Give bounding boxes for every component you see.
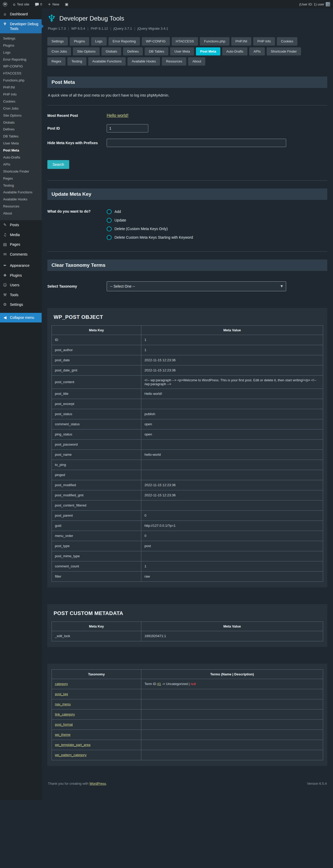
tab-auto-drafts[interactable]: Auto-Drafts — [222, 48, 248, 56]
submenu-item-globals[interactable]: Globals — [0, 119, 42, 126]
tab-available-hooks[interactable]: Available Hooks — [128, 57, 160, 66]
taxonomy-link-post-tag[interactable]: post_tag — [55, 692, 68, 696]
tab-error-reporting[interactable]: Error Reporting — [108, 37, 140, 45]
tab-cookies[interactable]: Cookies — [277, 37, 297, 45]
sidebar-item-users[interactable]: ☺Users — [0, 280, 42, 290]
comments-menu[interactable]: 0 — [32, 0, 45, 8]
tab-shortcode-finder[interactable]: Shortcode Finder — [267, 48, 301, 56]
submenu-item-error-reporting[interactable]: Error Reporting — [0, 56, 42, 63]
radio-button-icon[interactable] — [107, 235, 111, 240]
sidebar-item-pages[interactable]: ▤Pages — [0, 240, 42, 250]
sidebar-item-developer-debug-tools[interactable]: ♆Developer Debug Tools — [0, 19, 42, 33]
submenu-item-cron-jobs[interactable]: Cron Jobs — [0, 105, 42, 112]
term-link[interactable]: #1 — [157, 682, 161, 686]
tab-wp-config[interactable]: WP-CONFIG — [142, 37, 170, 45]
radio-option-update[interactable]: Update — [107, 218, 193, 223]
submenu-item-functions-php[interactable]: Functions.php — [0, 77, 42, 84]
tab-site-options[interactable]: Site Options — [73, 48, 100, 56]
sidebar-item-posts[interactable]: ✎Posts — [0, 220, 42, 230]
tab-functions-php[interactable]: Functions.php — [200, 37, 229, 45]
tab-globals[interactable]: Globals — [101, 48, 121, 56]
submenu-item-about[interactable]: About — [0, 210, 42, 217]
tab-php-info[interactable]: PHP Info — [253, 37, 275, 45]
submenu-item-regex[interactable]: Regex — [0, 175, 42, 182]
submenu-item-post-meta[interactable]: Post Meta — [0, 147, 42, 154]
sidebar-item-tools[interactable]: ⚒Tools — [0, 290, 42, 300]
taxonomy-link-wp-template-part-area[interactable]: wp_template_part_area — [55, 743, 91, 747]
debug-console-menu[interactable]: ▣ — [62, 0, 71, 8]
wordpress-link[interactable]: WordPress — [90, 782, 106, 785]
user-account-menu[interactable]: (User ID: 1) user — [296, 0, 333, 8]
submenu-item-cookies[interactable]: Cookies — [0, 98, 42, 105]
taxonomy-cell: wp_template_part_area — [52, 740, 141, 750]
sidebar-item-settings[interactable]: ⚙Settings — [0, 300, 42, 310]
sidebar-item-comments[interactable]: ✉Comments — [0, 250, 42, 259]
tab-settings[interactable]: Settings — [47, 37, 68, 45]
meta-key-cell: _edit_lock — [52, 631, 141, 641]
submenu-item-testing[interactable]: Testing — [0, 182, 42, 189]
submenu-item-htaccess[interactable]: HTACCESS — [0, 70, 42, 77]
table-row: post_content<!-- wp:paragraph --> <p>Wel… — [52, 375, 323, 389]
tab-apis[interactable]: APIs — [249, 48, 265, 56]
submenu-item-php-info[interactable]: PHP Info — [0, 91, 42, 98]
meta-key-cell: post_type — [52, 541, 141, 551]
submenu-item-plugins[interactable]: Plugins — [0, 42, 42, 49]
submenu-item-apis[interactable]: APIs — [0, 161, 42, 168]
sidebar-item-dashboard[interactable]: ⌂Dashboard — [0, 9, 42, 19]
submenu-item-site-options[interactable]: Site Options — [0, 112, 42, 119]
taxonomy-link-link-category[interactable]: link_category — [55, 712, 75, 716]
collapse-menu-button[interactable]: ◀Collapse menu — [0, 313, 42, 323]
hide-prefixes-input[interactable] — [107, 139, 286, 147]
radio-button-icon[interactable] — [107, 226, 111, 231]
submenu-item-available-functions[interactable]: Available Functions — [0, 189, 42, 196]
new-content-menu[interactable]: + New — [45, 0, 62, 8]
tab-user-meta[interactable]: User Meta — [170, 48, 194, 56]
submenu-item-user-meta[interactable]: User Meta — [0, 140, 42, 147]
search-button[interactable]: Search — [47, 160, 69, 169]
taxonomy-link-nav-menu[interactable]: nav_menu — [55, 702, 71, 706]
submenu-item-settings[interactable]: Settings — [0, 35, 42, 42]
tab-post-meta[interactable]: Post Meta — [196, 48, 220, 56]
sidebar-item-appearance[interactable]: ✒Appearance — [0, 261, 42, 271]
submenu-item-resources[interactable]: Resources — [0, 203, 42, 210]
table-row: post_titleHello world! — [52, 389, 323, 399]
post-id-input[interactable] — [107, 124, 148, 132]
tab-resources[interactable]: Resources — [162, 57, 186, 66]
submenu-item-shortcode-finder[interactable]: Shortcode Finder — [0, 168, 42, 175]
radio-option-delete-custom-meta-keys-only[interactable]: Delete (Custom Meta Keys Only) — [107, 226, 193, 231]
tab-available-functions[interactable]: Available Functions — [88, 57, 126, 66]
taxonomy-link-wp-theme[interactable]: wp_theme — [55, 733, 70, 737]
radio-option-delete-custom-meta-keys-starting-with-keyword[interactable]: Delete Custom Meta Keys Starting with Ke… — [107, 235, 193, 240]
table-row: comment_statusopen — [52, 419, 323, 429]
tab-plugins[interactable]: Plugins — [70, 37, 89, 45]
wordpress-logo[interactable]: W — [0, 0, 10, 8]
tab-db-tables[interactable]: DB Tables — [145, 48, 168, 56]
tab-testing[interactable]: Testing — [67, 57, 87, 66]
taxonomy-select[interactable]: -- Select One -- ▼ — [107, 281, 286, 291]
meta-key-cell: post_content — [52, 375, 141, 389]
tab-cron-jobs[interactable]: Cron Jobs — [47, 48, 71, 56]
radio-button-icon[interactable] — [107, 218, 111, 223]
submenu-item-wp-config[interactable]: WP-CONFIG — [0, 63, 42, 70]
submenu-item-auto-drafts[interactable]: Auto-Drafts — [0, 154, 42, 161]
submenu-item-logs[interactable]: Logs — [0, 49, 42, 56]
taxonomy-link-post-format[interactable]: post_format — [55, 722, 73, 726]
taxonomy-link-category[interactable]: category — [55, 682, 68, 686]
tab-htaccess[interactable]: HTACCESS — [172, 37, 198, 45]
taxonomy-link-wp-pattern-category[interactable]: wp_pattern_category — [55, 753, 87, 757]
site-name-menu[interactable]: ⌂ Test site — [10, 0, 32, 8]
tab-php-ini[interactable]: PHP.INI — [231, 37, 251, 45]
submenu-item-available-hooks[interactable]: Available Hooks — [0, 196, 42, 203]
tab-about[interactable]: About — [188, 57, 205, 66]
submenu-item-db-tables[interactable]: DB Tables — [0, 133, 42, 140]
submenu-item-defines[interactable]: Defines — [0, 126, 42, 133]
radio-button-icon[interactable] — [107, 209, 111, 214]
sidebar-item-media[interactable]: ♫Media — [0, 230, 42, 240]
radio-option-add[interactable]: Add — [107, 209, 193, 214]
tab-defines[interactable]: Defines — [123, 48, 143, 56]
tab-logs[interactable]: Logs — [91, 37, 107, 45]
most-recent-post-link[interactable]: Hello world! — [107, 113, 129, 118]
submenu-item-php-ini[interactable]: PHP.INI — [0, 84, 42, 91]
tab-regex[interactable]: Regex — [47, 57, 66, 66]
sidebar-item-plugins[interactable]: ❖Plugins — [0, 271, 42, 281]
